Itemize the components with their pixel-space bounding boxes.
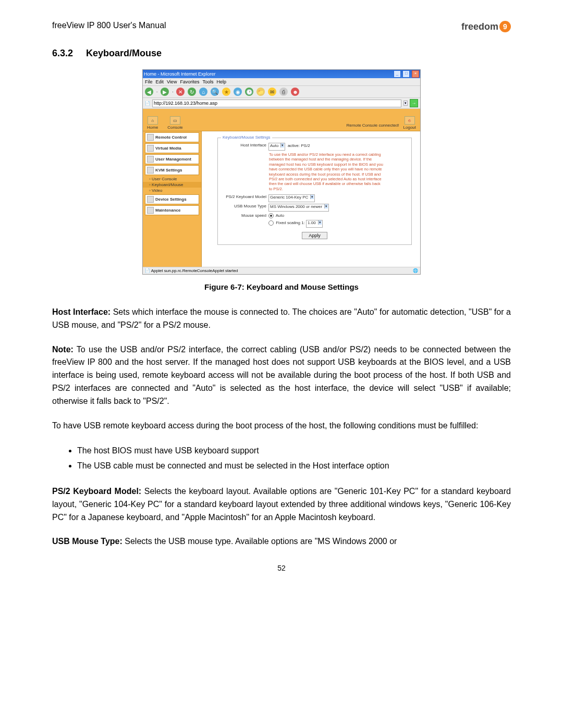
usb-mouse-select[interactable]: MS Windows 2000 or newer — [268, 204, 329, 212]
p1-text: Sets which interface the mouse is connec… — [52, 307, 511, 329]
p2-text: To use the USB and/or PS/2 interface, th… — [52, 345, 511, 405]
logo-text: freedom — [461, 21, 498, 32]
sidebar-label: User Management — [155, 157, 191, 162]
mouse-speed-auto-radio[interactable] — [268, 213, 274, 218]
menu-tools[interactable]: Tools — [202, 79, 213, 84]
host-interface-label: Host Interface — [222, 143, 268, 147]
page-number: 52 — [52, 564, 511, 572]
browser-menubar: File Edit View Favorites Tools Help — [143, 78, 420, 86]
topnav-home-label: Home — [147, 125, 158, 130]
browser-toolbar: ◀ · ▶ · ✕ ↻ ⌂ 🔍 ★ ◉ 🕑 📁 ✉ ⎙ ☻ — [143, 86, 420, 98]
address-icon: 📄 — [145, 101, 150, 106]
menu-favorites[interactable]: Favorites — [180, 79, 199, 84]
sidebar-sub-keyboard-mouse[interactable]: ◦ Keyboard/Mouse — [143, 182, 201, 188]
folder-icon[interactable]: 📁 — [256, 88, 265, 96]
favorites-icon[interactable]: ★ — [222, 88, 230, 96]
logo-badge: 9 — [499, 21, 511, 32]
p5-text: Selects the USB mouse type. Available op… — [123, 537, 397, 546]
conditions-list: The host BIOS must have USB keyboard sup… — [52, 443, 511, 474]
paragraph-host-interface: Host Interface: Sets which interface the… — [52, 306, 511, 332]
mouse-speed-auto-label: Auto — [276, 213, 284, 218]
sidebar: Remote Control Virtual Media User Manage… — [143, 131, 202, 267]
brand-logo: freedom 9 — [461, 21, 511, 32]
figure-caption: Figure 6-7: Keyboard and Mouse Settings — [52, 282, 511, 291]
figure-screenshot: Home - Microsoft Internet Explorer _ □ ×… — [142, 69, 421, 275]
statusbar-zone-icon: 🌐 — [413, 268, 418, 273]
mouse-speed-label: Mouse speed — [222, 213, 268, 218]
kvm-icon — [147, 167, 154, 174]
p1-label: Host Interface: — [52, 307, 111, 316]
p4-label: PS/2 Keyboard Model: — [52, 487, 141, 496]
topnav-console-label: Console — [167, 125, 182, 130]
remote-control-icon — [147, 134, 154, 141]
minimize-button[interactable]: _ — [394, 70, 401, 78]
browser-titlebar: Home - Microsoft Internet Explorer _ □ × — [143, 70, 420, 78]
topnav-logout-label: Logout — [403, 125, 416, 130]
sidebar-label: Remote Control — [155, 135, 187, 140]
statusbar-message: Applet sun.pp.rc.RemoteConsoleApplet sta… — [151, 268, 238, 273]
mouse-speed-fixed-select[interactable]: 1.00 — [306, 220, 323, 228]
go-button[interactable]: → — [410, 99, 418, 107]
host-interface-select[interactable]: Auto — [268, 143, 285, 151]
connection-status: Remote Console connected! — [347, 123, 399, 128]
address-input[interactable] — [152, 100, 401, 107]
section-number: 6.3.2 — [52, 48, 83, 59]
sidebar-sub-label: User Console — [152, 177, 177, 181]
menu-edit[interactable]: Edit — [156, 79, 164, 84]
close-button[interactable]: × — [412, 70, 419, 78]
host-interface-active: active: PS/2 — [288, 143, 310, 148]
apply-button[interactable]: Apply — [302, 232, 327, 239]
mail-icon[interactable]: ✉ — [268, 88, 276, 96]
media-icon[interactable]: ◉ — [234, 88, 242, 96]
home-nav-icon: ⌂ — [148, 116, 158, 125]
console-icon: ▭ — [170, 116, 180, 125]
menu-view[interactable]: View — [167, 79, 177, 84]
p5-label: USB Mouse Type: — [52, 537, 123, 546]
section-title: Keyboard/Mouse — [86, 48, 162, 58]
maximize-button[interactable]: □ — [402, 70, 410, 78]
paragraph-usb-mouse: USB Mouse Type: Selects the USB mouse ty… — [52, 535, 511, 548]
user-mgmt-icon — [147, 156, 154, 163]
mouse-speed-fixed-radio[interactable] — [268, 220, 274, 226]
sidebar-sub-label: Video — [152, 188, 162, 193]
kb-model-label: PS/2 Keyboard Model — [222, 194, 268, 199]
sidebar-item-kvm-settings[interactable]: KVM Settings — [145, 165, 199, 175]
usb-mouse-label: USB Mouse Type — [222, 204, 268, 208]
topnav-home[interactable]: ⌂ Home — [147, 116, 158, 130]
sidebar-sub-video[interactable]: ◦ Video — [143, 188, 201, 193]
address-dropdown[interactable]: ▾ — [403, 101, 408, 106]
kb-model-select[interactable]: Generic 104-Key PC — [268, 194, 315, 202]
stop-icon[interactable]: ✕ — [176, 88, 185, 96]
logout-icon: ⎋ — [405, 116, 415, 125]
sidebar-item-remote-control[interactable]: Remote Control — [145, 132, 199, 142]
fieldset-legend: Keyboard/Mouse Settings — [221, 135, 272, 140]
sidebar-item-user-management[interactable]: User Management — [145, 154, 199, 164]
back-icon[interactable]: ◀ — [145, 88, 153, 96]
home-icon[interactable]: ⌂ — [199, 88, 207, 96]
search-icon[interactable]: 🔍 — [211, 88, 219, 96]
menu-help[interactable]: Help — [216, 79, 226, 84]
forward-icon[interactable]: ▶ — [161, 88, 169, 96]
messenger-icon[interactable]: ☻ — [291, 88, 299, 96]
list-item: The host BIOS must have USB keyboard sup… — [77, 443, 511, 459]
maintenance-icon — [147, 207, 154, 214]
sidebar-item-maintenance[interactable]: Maintenance — [145, 205, 199, 215]
paragraph-kb-model: PS/2 Keyboard Model: Selects the keyboar… — [52, 485, 511, 524]
sidebar-sub-user-console[interactable]: ◦ User Console — [143, 176, 201, 182]
sidebar-item-device-settings[interactable]: Device Settings — [145, 194, 199, 204]
topnav-console[interactable]: ▭ Console — [167, 116, 182, 130]
sidebar-item-virtual-media[interactable]: Virtual Media — [145, 143, 199, 153]
refresh-icon[interactable]: ↻ — [188, 88, 196, 96]
print-icon[interactable]: ⎙ — [279, 88, 288, 96]
list-item: The USB cable must be connected and must… — [77, 459, 511, 474]
history-icon[interactable]: 🕑 — [245, 88, 253, 96]
browser-title-text: Home - Microsoft Internet Explorer — [144, 71, 216, 77]
topnav-logout[interactable]: ⎋ Logout — [403, 116, 416, 130]
device-settings-icon — [147, 196, 154, 203]
menu-file[interactable]: File — [145, 79, 153, 84]
sidebar-label: KVM Settings — [155, 168, 182, 172]
paragraph-conditions-intro: To have USB remote keyboard access durin… — [52, 419, 511, 433]
paragraph-note: Note: To use the USB and/or PS/2 interfa… — [52, 343, 511, 408]
statusbar-text: 📄 Applet sun.pp.rc.RemoteConsoleApplet s… — [145, 268, 238, 273]
sidebar-sub-label: Keyboard/Mouse — [152, 182, 183, 187]
